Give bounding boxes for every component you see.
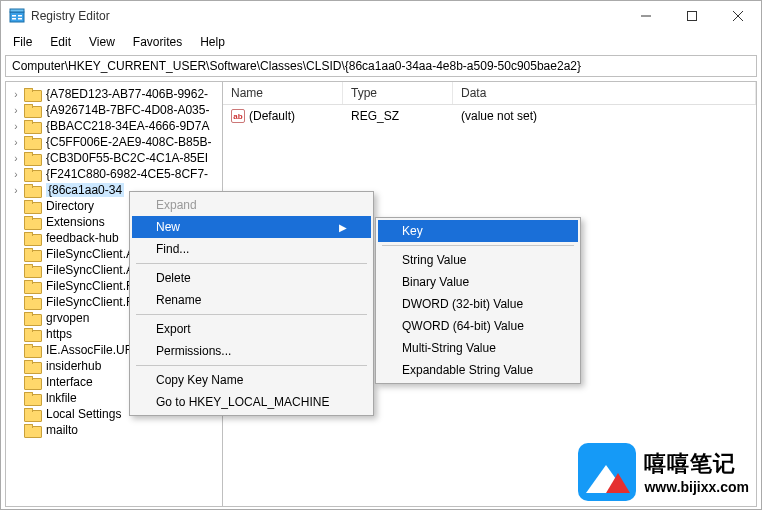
ctx-export[interactable]: Export	[132, 318, 371, 340]
folder-icon	[24, 280, 40, 292]
tree-item[interactable]: ›{A78ED123-AB77-406B-9962-	[6, 86, 222, 102]
col-type[interactable]: Type	[343, 82, 453, 104]
tree-item-label: IE.AssocFile.URL	[46, 343, 140, 357]
folder-icon	[24, 312, 40, 324]
ctx-goto-hklm[interactable]: Go to HKEY_LOCAL_MACHINE	[132, 391, 371, 413]
col-name[interactable]: Name	[223, 82, 343, 104]
string-value-icon: ab	[231, 109, 245, 123]
tree-item-label: Local Settings	[46, 407, 121, 421]
ctx-new-dword[interactable]: DWORD (32-bit) Value	[378, 293, 578, 315]
tree-item-label: Directory	[46, 199, 94, 213]
ctx-rename[interactable]: Rename	[132, 289, 371, 311]
tree-item[interactable]: ›{C5FF006E-2AE9-408C-B85B-	[6, 134, 222, 150]
address-bar[interactable]: Computer\HKEY_CURRENT_USER\Software\Clas…	[5, 55, 757, 77]
context-submenu-new: Key String Value Binary Value DWORD (32-…	[375, 217, 581, 384]
chevron-right-icon[interactable]: ›	[10, 121, 22, 132]
menu-help[interactable]: Help	[192, 33, 233, 51]
tree-item-label: {A78ED123-AB77-406B-9962-	[46, 87, 208, 101]
folder-icon	[24, 136, 40, 148]
separator	[136, 263, 367, 264]
window-title: Registry Editor	[31, 9, 110, 23]
tree-item-label: Interface	[46, 375, 93, 389]
chevron-right-icon[interactable]: ›	[10, 137, 22, 148]
ctx-new-key[interactable]: Key	[378, 220, 578, 242]
menubar: File Edit View Favorites Help	[1, 31, 761, 55]
chevron-right-icon[interactable]: ›	[10, 153, 22, 164]
chevron-right-icon[interactable]: ›	[10, 169, 22, 180]
ctx-new-binary[interactable]: Binary Value	[378, 271, 578, 293]
ctx-find[interactable]: Find...	[132, 238, 371, 260]
folder-icon	[24, 328, 40, 340]
chevron-right-icon[interactable]: ›	[10, 105, 22, 116]
folder-icon	[24, 88, 40, 100]
tree-item-label: insiderhub	[46, 359, 101, 373]
tree-item[interactable]: ›{CB3D0F55-BC2C-4C1A-85EI	[6, 150, 222, 166]
regedit-icon	[9, 8, 25, 24]
svg-rect-2	[12, 15, 16, 17]
tree-item-label: {CB3D0F55-BC2C-4C1A-85EI	[46, 151, 208, 165]
folder-icon	[24, 360, 40, 372]
svg-rect-4	[18, 15, 22, 17]
folder-icon	[24, 392, 40, 404]
svg-rect-3	[12, 18, 16, 20]
tree-item-label: https	[46, 327, 72, 341]
separator	[136, 314, 367, 315]
close-button[interactable]	[715, 1, 761, 31]
ctx-copy-key-name[interactable]: Copy Key Name	[132, 369, 371, 391]
menu-file[interactable]: File	[5, 33, 40, 51]
minimize-button[interactable]	[623, 1, 669, 31]
menu-view[interactable]: View	[81, 33, 123, 51]
folder-icon	[24, 376, 40, 388]
col-data[interactable]: Data	[453, 82, 756, 104]
tree-item-label: Extensions	[46, 215, 105, 229]
tree-item-label: FileSyncClient.Fi	[46, 295, 136, 309]
folder-icon	[24, 104, 40, 116]
tree-item[interactable]: mailto	[6, 422, 222, 438]
chevron-right-icon[interactable]: ›	[10, 185, 22, 196]
ctx-new-string[interactable]: String Value	[378, 249, 578, 271]
tree-item-label: {F241C880-6982-4CE5-8CF7-	[46, 167, 208, 181]
list-row[interactable]: ab (Default) REG_SZ (value not set)	[223, 105, 756, 127]
value-name: (Default)	[249, 109, 295, 123]
folder-icon	[24, 168, 40, 180]
tree-item-label: {A926714B-7BFC-4D08-A035-	[46, 103, 209, 117]
tree-item[interactable]: ›{BBACC218-34EA-4666-9D7A	[6, 118, 222, 134]
tree-item-label: FileSyncClient.A	[46, 263, 134, 277]
svg-rect-0	[10, 12, 24, 22]
chevron-right-icon: ▶	[339, 222, 347, 233]
menu-edit[interactable]: Edit	[42, 33, 79, 51]
context-menu: Expand New ▶ Find... Delete Rename Expor…	[129, 191, 374, 416]
ctx-new[interactable]: New ▶	[132, 216, 371, 238]
svg-rect-1	[10, 9, 24, 12]
ctx-expand[interactable]: Expand	[132, 194, 371, 216]
ctx-permissions[interactable]: Permissions...	[132, 340, 371, 362]
ctx-delete[interactable]: Delete	[132, 267, 371, 289]
titlebar: Registry Editor	[1, 1, 761, 31]
tree-item[interactable]: ›{A926714B-7BFC-4D08-A035-	[6, 102, 222, 118]
folder-icon	[24, 216, 40, 228]
menu-favorites[interactable]: Favorites	[125, 33, 190, 51]
folder-icon	[24, 184, 40, 196]
tree-item-label: {BBACC218-34EA-4666-9D7A	[46, 119, 209, 133]
svg-rect-7	[688, 12, 697, 21]
folder-icon	[24, 152, 40, 164]
folder-icon	[24, 120, 40, 132]
tree-item-label: lnkfile	[46, 391, 77, 405]
folder-icon	[24, 264, 40, 276]
tree-item-label: {86ca1aa0-34	[46, 183, 124, 197]
tree-item-label: mailto	[46, 423, 78, 437]
chevron-right-icon[interactable]: ›	[10, 89, 22, 100]
folder-icon	[24, 296, 40, 308]
ctx-new-multistring[interactable]: Multi-String Value	[378, 337, 578, 359]
folder-icon	[24, 200, 40, 212]
tree-item-label: {C5FF006E-2AE9-408C-B85B-	[46, 135, 211, 149]
value-type: REG_SZ	[343, 107, 453, 125]
svg-rect-5	[18, 18, 22, 20]
folder-icon	[24, 408, 40, 420]
folder-icon	[24, 424, 40, 436]
tree-item[interactable]: ›{F241C880-6982-4CE5-8CF7-	[6, 166, 222, 182]
ctx-new-expandstring[interactable]: Expandable String Value	[378, 359, 578, 381]
maximize-button[interactable]	[669, 1, 715, 31]
ctx-new-qword[interactable]: QWORD (64-bit) Value	[378, 315, 578, 337]
tree-item-label: grvopen	[46, 311, 89, 325]
